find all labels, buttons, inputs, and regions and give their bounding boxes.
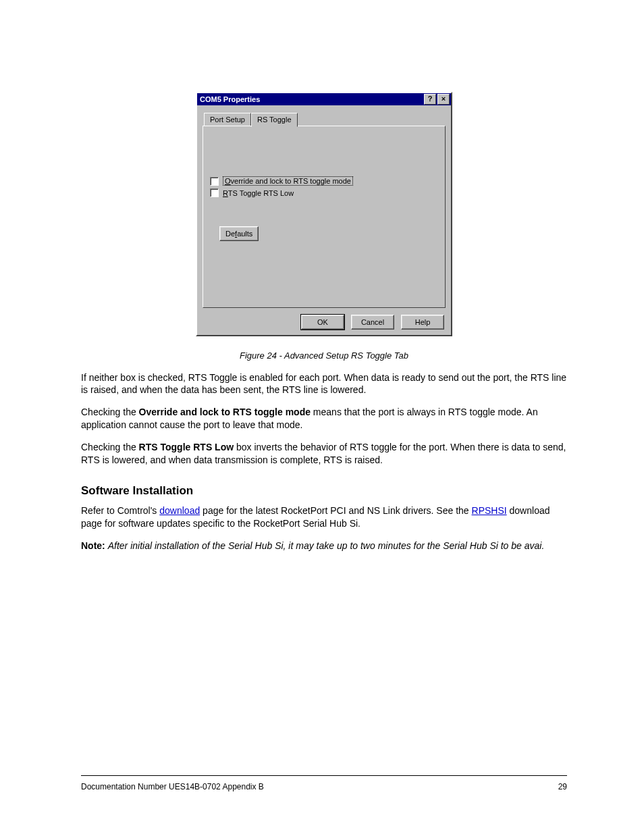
rts-toggle-low-checkbox[interactable] (210, 188, 219, 197)
tab-port-setup[interactable]: Port Setup (204, 113, 251, 126)
section-heading: Software Installation (81, 484, 567, 498)
rts-low-hint: When transmitting, keep RTS low. (300, 189, 412, 197)
paragraph-2: Checking the Override and lock to RTS to… (81, 406, 567, 432)
section-paragraph: Refer to Comtrol's download page for the… (81, 504, 567, 530)
document-body: Figure 24 - Advanced Setup RS Toggle Tab… (81, 350, 567, 562)
dialog-button-row: OK Cancel Help (301, 315, 444, 330)
override-lock-label: Override and lock to RTS toggle mode (223, 176, 353, 186)
help-button[interactable]: Help (401, 315, 444, 330)
rts-toggle-low-label: RTS Toggle RTS Low (223, 189, 294, 197)
paragraph-3: Checking the RTS Toggle RTS Low box inve… (81, 441, 567, 467)
title-bar: COM5 Properties ? × (197, 93, 451, 105)
com5-properties-dialog: COM5 Properties ? × Port Setup RS Toggle… (196, 92, 452, 336)
footer-left: Documentation Number UES14B-0702 Appendi… (81, 782, 264, 791)
help-icon[interactable]: ? (424, 94, 436, 105)
override-lock-checkbox[interactable] (210, 177, 219, 186)
paragraph-1: If neither box is checked, RTS Toggle is… (81, 371, 567, 397)
override-lock-row[interactable]: Override and lock to RTS toggle mode (210, 176, 438, 186)
close-icon[interactable]: × (437, 94, 450, 105)
defaults-button[interactable]: Defaults (219, 226, 259, 241)
dialog-title: COM5 Properties (200, 95, 423, 103)
figure-caption: Figure 24 - Advanced Setup RS Toggle Tab (81, 350, 567, 362)
rts-toggle-low-row[interactable]: RTS Toggle RTS Low When transmitting, ke… (210, 188, 438, 197)
cancel-button[interactable]: Cancel (351, 315, 394, 330)
rpshsi-link[interactable]: RPSHSI (472, 505, 507, 516)
rs-toggle-panel: RTS Toggle causes the port to raise RTS … (203, 126, 446, 308)
tab-strip: Port Setup RS Toggle (204, 111, 446, 126)
footer-page-number: 29 (558, 782, 567, 791)
ok-button[interactable]: OK (301, 315, 344, 330)
footer-rule (81, 775, 567, 776)
download-link[interactable]: download (159, 505, 200, 516)
rs-toggle-description: RTS Toggle causes the port to raise RTS … (210, 133, 438, 171)
note-paragraph: Note: After initial installation of the … (81, 540, 567, 552)
tab-rs-toggle[interactable]: RS Toggle (251, 113, 298, 127)
